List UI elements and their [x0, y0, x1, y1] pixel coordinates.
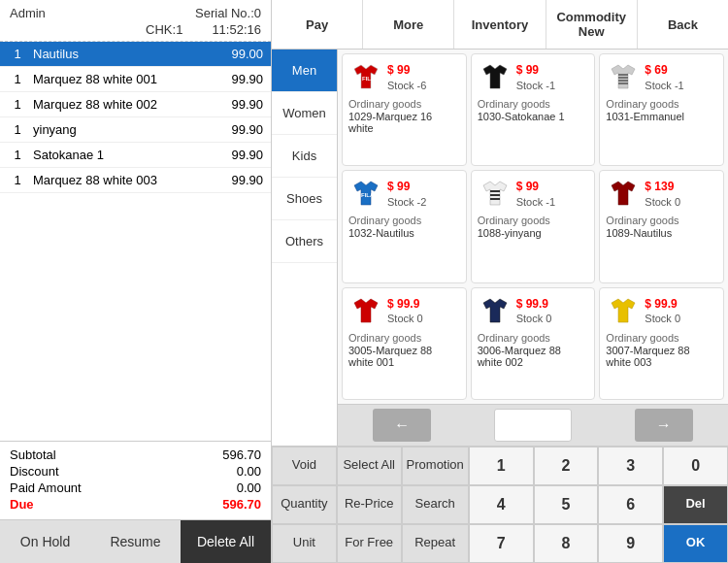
product-stock: Stock -1 [516, 195, 555, 209]
order-price: 99.00 [210, 47, 263, 61]
product-stock: Stock 0 [645, 312, 680, 325]
top-nav-btn-pay[interactable]: Pay [272, 0, 363, 49]
bottom-btn-quantity[interactable]: Quantity [272, 485, 337, 524]
product-icon [348, 294, 383, 329]
order-price: 99.90 [210, 97, 263, 112]
product-stock: Stock -6 [387, 79, 426, 92]
cat-btn-kids[interactable]: Kids [272, 135, 337, 178]
order-item[interactable]: 1 Nautilus 99.00 [0, 42, 271, 67]
bottom-btn-del[interactable]: Del [663, 485, 728, 524]
left-header: Admin Serial No.:0 CHK:1 11:52:16 [0, 0, 271, 42]
left-footer: On Hold Resume Delete All [0, 519, 271, 563]
left-panel: Admin Serial No.:0 CHK:1 11:52:16 1 Naut… [0, 0, 272, 563]
product-card[interactable]: $ 99 Stock -1 Ordinary goods 1088-yinyan… [471, 170, 596, 282]
bottom-btn-ok[interactable]: OK [663, 524, 728, 563]
order-name: yinyang [27, 122, 210, 137]
order-item[interactable]: 1 yinyang 99.90 [0, 117, 271, 143]
cat-btn-women[interactable]: Women [272, 92, 337, 135]
order-item[interactable]: 1 Marquez 88 white 002 99.90 [0, 92, 271, 117]
order-price: 99.90 [210, 72, 263, 86]
paid-value: 0.00 [237, 480, 261, 495]
top-nav-btn-back[interactable]: Back [638, 0, 728, 49]
product-type: Ordinary goods [478, 215, 589, 226]
bottom-btn-unit[interactable]: Unit [272, 524, 337, 563]
order-qty: 1 [8, 47, 27, 61]
product-type: Ordinary goods [348, 98, 460, 110]
product-name: 1031-Emmanuel [606, 111, 717, 122]
product-icon [606, 60, 641, 95]
order-price: 99.90 [210, 173, 263, 187]
product-icon [606, 294, 641, 329]
product-name: 1029-Marquez 16 white [348, 111, 460, 134]
product-card[interactable]: $ 99 Stock -1 Ordinary goods 1030-Satoka… [471, 53, 596, 166]
bottom-btn-4[interactable]: 4 [469, 485, 534, 524]
product-name: 1088-yinyang [478, 227, 589, 239]
bottom-btn-re-price[interactable]: Re-Price [337, 485, 402, 524]
cat-btn-men[interactable]: Men [272, 50, 337, 92]
product-card[interactable]: FILA $ 99 Stock -6 Ordinary goods 1029-M… [342, 53, 467, 166]
order-name: Marquez 88 white 001 [27, 72, 210, 86]
order-price: 99.90 [210, 148, 263, 162]
order-list: 1 Nautilus 99.001 Marquez 88 white 001 9… [0, 42, 271, 441]
svg-text:FILA: FILA [362, 76, 376, 82]
top-nav-btn-commodity-new[interactable]: Commodity New [546, 0, 638, 49]
bottom-btn-search[interactable]: Search [402, 485, 469, 524]
bottom-btn-1[interactable]: 1 [469, 447, 534, 485]
discount-label: Discount [10, 464, 59, 479]
order-item[interactable]: 1 Marquez 88 white 003 99.90 [0, 168, 271, 193]
product-icon: FILA [348, 177, 383, 212]
bottom-btn-void[interactable]: Void [272, 447, 337, 485]
product-card[interactable]: $ 99.9 Stock 0 Ordinary goods 3007-Marqu… [599, 287, 724, 400]
bottom-btn-7[interactable]: 7 [469, 524, 534, 563]
next-page-button[interactable]: → [635, 409, 693, 442]
bottom-btn-repeat[interactable]: Repeat [402, 524, 469, 563]
due-value: 596.70 [222, 497, 261, 512]
delete-all-button[interactable]: Delete All [181, 520, 271, 563]
order-item[interactable]: 1 Satokanae 1 99.90 [0, 143, 271, 168]
resume-button[interactable]: Resume [90, 520, 181, 563]
bottom-btn-2[interactable]: 2 [534, 447, 599, 485]
product-card[interactable]: $ 139 Stock 0 Ordinary goods 1089-Nautil… [599, 170, 724, 282]
left-totals: Subtotal 596.70 Discount 0.00 Paid Amoun… [0, 441, 271, 519]
on-hold-button[interactable]: On Hold [0, 520, 90, 563]
top-nav: PayMoreInventoryCommodity NewBack [272, 0, 728, 50]
product-card[interactable]: $ 99.9 Stock 0 Ordinary goods 3005-Marqu… [342, 287, 467, 400]
category-nav: MenWomenKidsShoesOthers [272, 50, 338, 446]
product-card[interactable]: $ 99.9 Stock 0 Ordinary goods 3006-Marqu… [471, 287, 596, 400]
product-name: 1030-Satokanae 1 [478, 111, 589, 122]
product-name: 3005-Marquez 88 white 001 [348, 345, 460, 368]
order-name: Marquez 88 white 002 [27, 97, 210, 112]
product-price: $ 99 [516, 63, 555, 79]
prev-page-button[interactable]: ← [373, 409, 431, 442]
cat-btn-shoes[interactable]: Shoes [272, 178, 337, 220]
product-card[interactable]: FILA $ 99 Stock -2 Ordinary goods 1032-N… [342, 170, 467, 282]
bottom-btn-0[interactable]: 0 [663, 447, 728, 485]
product-name: 1032-Nautilus [348, 227, 460, 239]
cat-btn-others[interactable]: Others [272, 220, 337, 263]
product-name: 3007-Marquez 88 white 003 [606, 345, 717, 368]
bottom-buttons: VoidSelect AllPromotion1230QuantityRe-Pr… [272, 446, 728, 563]
product-icon [478, 60, 513, 95]
bottom-btn-6[interactable]: 6 [598, 485, 663, 524]
bottom-btn-for-free[interactable]: For Free [337, 524, 402, 563]
top-nav-btn-more[interactable]: More [363, 0, 454, 49]
order-qty: 1 [8, 97, 27, 112]
top-nav-btn-inventory[interactable]: Inventory [454, 0, 546, 49]
product-name: 3006-Marquez 88 white 002 [478, 345, 589, 368]
bottom-btn-select-all[interactable]: Select All [337, 447, 402, 485]
order-item[interactable]: 1 Marquez 88 white 001 99.90 [0, 67, 271, 92]
order-name: Nautilus [27, 47, 210, 61]
bottom-btn-5[interactable]: 5 [534, 485, 599, 524]
product-icon [478, 177, 513, 212]
subtotal-value: 596.70 [222, 447, 261, 462]
discount-value: 0.00 [237, 464, 261, 479]
bottom-btn-8[interactable]: 8 [534, 524, 599, 563]
product-icon [478, 294, 513, 329]
bottom-btn-promotion[interactable]: Promotion [402, 447, 469, 485]
bottom-btn-3[interactable]: 3 [598, 447, 663, 485]
bottom-btn-9[interactable]: 9 [598, 524, 663, 563]
product-price: $ 99.9 [516, 297, 552, 313]
order-qty: 1 [8, 122, 27, 137]
product-card[interactable]: $ 69 Stock -1 Ordinary goods 1031-Emmanu… [599, 53, 724, 166]
nav-pagination: ← → [338, 404, 728, 446]
